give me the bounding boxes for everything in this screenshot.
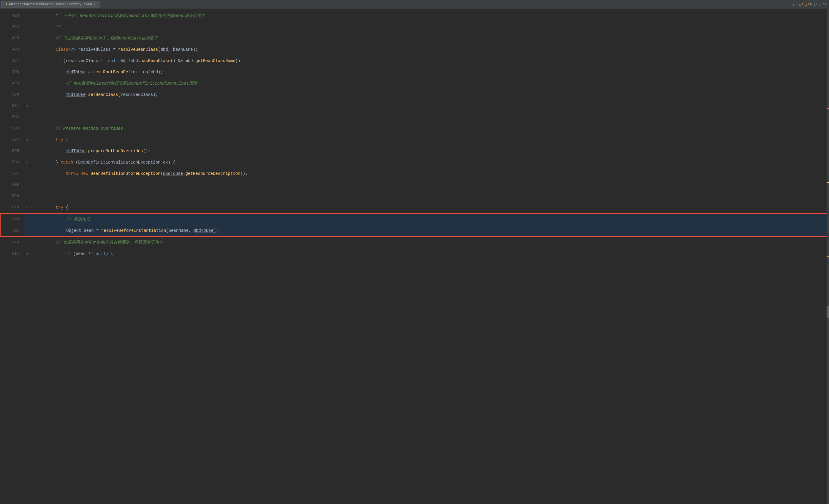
- line-number: 502: [0, 112, 24, 123]
- code-content: */: [31, 22, 829, 33]
- scroll-error-marker: [827, 108, 829, 109]
- code-content: mbdToUse = new RootBeanDefinition(mbd);: [31, 67, 829, 78]
- line-number: 514: [0, 248, 24, 260]
- line-number: 512: [1, 225, 24, 236]
- scroll-thumb[interactable]: [827, 306, 829, 318]
- code-line-509: 509: [0, 191, 829, 202]
- info-icon-1: ℹ: [814, 3, 815, 6]
- gutter-marker: [24, 146, 31, 157]
- line-number: 509: [0, 191, 24, 202]
- code-content: // 马上就要实例化Bean了，确保beanClass被加载了: [31, 33, 829, 44]
- line-number: 496: [0, 44, 24, 55]
- gutter-marker: ◇: [24, 100, 31, 112]
- code-line-504: 504◇ try {: [0, 134, 829, 146]
- code-content: mbdToUse.setBeanClass(resolvedClass);: [31, 89, 829, 100]
- code-content: if (resolvedClass != null && !mbd.hasBea…: [31, 55, 829, 67]
- gutter-marker: [24, 237, 31, 248]
- code-content: }: [31, 179, 829, 191]
- info-badge-1: ℹ 1: [814, 3, 818, 6]
- code-content: mbdToUse.prepareMethodOverrides();: [31, 146, 829, 157]
- gutter-marker: [24, 55, 31, 67]
- code-line-508: 508 }: [0, 179, 829, 191]
- scrollbar[interactable]: [827, 9, 829, 504]
- line-number: 493: [0, 10, 24, 22]
- line-number: 508: [0, 179, 24, 191]
- code-line-507: 507 throw new BeanDefinitionStoreExcepti…: [0, 168, 829, 179]
- code-content: if (bean != null) {: [31, 248, 829, 260]
- gutter-marker: [24, 78, 31, 89]
- gutter-marker: [24, 33, 31, 44]
- code-content: [31, 112, 829, 123]
- line-number: 513: [0, 237, 24, 248]
- scroll-warn-marker-2: [827, 257, 829, 257]
- code-content: * 一开始，BeanDefinition对象的beanClass属性保存的是be…: [31, 10, 829, 22]
- code-line-498: 498 mbdToUse = new RootBeanDefinition(mb…: [0, 67, 829, 78]
- code-content: Class<?> resolvedClass = resolveBeanClas…: [31, 44, 829, 55]
- error-count: 1: [795, 3, 797, 6]
- line-number: 511: [1, 214, 24, 225]
- code-line-496: 496 Class<?> resolvedClass = resolveBean…: [0, 44, 829, 55]
- tab-bar: J AbstractAutowireCapableBeanFactory.jav…: [0, 0, 829, 9]
- separator: ✗: [819, 3, 821, 6]
- editor-tab[interactable]: J AbstractAutowireCapableBeanFactory.jav…: [1, 1, 100, 8]
- line-number: 506: [0, 157, 24, 168]
- line-number: 497: [0, 55, 24, 67]
- code-line-500: 500 mbdToUse.setBeanClass(resolvedClass)…: [0, 89, 829, 100]
- line-number: 499: [0, 78, 24, 89]
- code-line-510: 510◇ try {: [0, 202, 829, 213]
- code-content: // Prepare method overrides.: [31, 123, 829, 134]
- code-line-494: 494 */: [0, 22, 829, 33]
- line-number: 504: [0, 134, 24, 146]
- scroll-warn-marker-1: [827, 182, 829, 183]
- gutter-marker: [24, 179, 31, 191]
- error-icon: ⊘: [792, 3, 795, 6]
- line-number: 510: [0, 202, 24, 213]
- code-content: }: [31, 100, 829, 112]
- line-number: 495: [0, 33, 24, 44]
- code-line-512: 512 Object bean = resolveBeforeInstantia…: [0, 225, 829, 237]
- warn-count-1: 3: [801, 3, 803, 6]
- code-line-493: 493 * 一开始，BeanDefinition对象的beanClass属性保存…: [0, 10, 829, 22]
- status-bar: ⊘ 1 ⚠ 3 ⚠ 19 ℹ 1 ✗ 13: [790, 0, 829, 9]
- code-line-514: 514◇ if (bean != null) {: [0, 248, 829, 260]
- warn-badge-1: ⚠ 3: [799, 3, 803, 6]
- line-number: 494: [0, 22, 24, 33]
- code-line-502: 502: [0, 112, 829, 123]
- code-content: Object bean = resolveBeforeInstantiation…: [32, 225, 828, 236]
- code-content: } catch (BeanDefinitionValidationExcepti…: [31, 157, 829, 168]
- gutter-marker: [24, 22, 31, 33]
- tab-filename: AbstractAutowireCapableBeanFactory.java: [9, 2, 92, 6]
- error-badge: ⊘ 1: [792, 3, 797, 6]
- code-content: // 实例化前: [32, 214, 828, 225]
- gutter-marker: [24, 225, 32, 236]
- code-editor: 493 * 一开始，BeanDefinition对象的beanClass属性保存…: [0, 9, 829, 504]
- warn-badge-2: ⚠ 19: [805, 3, 812, 6]
- gutter-marker: ◇: [24, 202, 31, 213]
- gutter-marker: [24, 112, 31, 123]
- gutter-marker: ◇: [24, 134, 31, 146]
- code-line-505: 505 mbdToUse.prepareMethodOverrides();: [0, 146, 829, 157]
- code-content: throw new BeanDefinitionStoreException(m…: [31, 168, 829, 179]
- code-content: try {: [31, 134, 829, 146]
- code-line-503: 503 // Prepare method overrides.: [0, 123, 829, 134]
- gutter-marker: [24, 214, 32, 225]
- code-line-499: 499 // 将加载后的Class对象设置到BeanDefinition的Bea…: [0, 78, 829, 89]
- code-content: // 将加载后的Class对象设置到BeanDefinition的BeanCla…: [31, 78, 829, 89]
- code-line-495: 495 // 马上就要实例化Bean了，确保beanClass被加载了: [0, 33, 829, 44]
- info-count-1: 1: [815, 3, 818, 6]
- warn-count-2: 19: [807, 3, 812, 6]
- warn-icon-1: ⚠: [799, 3, 801, 6]
- line-number: 500: [0, 89, 24, 100]
- tab-close-button[interactable]: ×: [94, 3, 96, 6]
- code-line-497: 497 if (resolvedClass != null && !mbd.ha…: [0, 55, 829, 67]
- code-line-501: 501◇ }: [0, 100, 829, 112]
- gutter-marker: ◇: [24, 248, 31, 260]
- info-count-2: 13: [823, 3, 827, 6]
- gutter-marker: [24, 10, 31, 22]
- gutter-marker: [24, 89, 31, 100]
- line-number: 501: [0, 100, 24, 112]
- gutter-marker: ◇: [24, 157, 31, 168]
- line-number: 505: [0, 146, 24, 157]
- code-content: try {: [31, 202, 829, 213]
- gutter-marker: [24, 191, 31, 202]
